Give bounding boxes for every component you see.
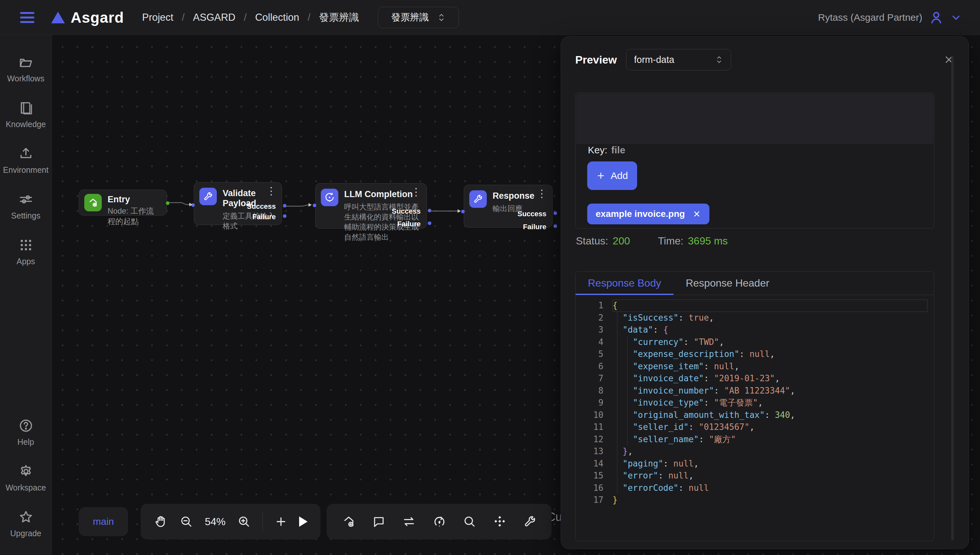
sidebar-item-apps[interactable]: Apps — [0, 229, 51, 274]
zoom-level: 54% — [205, 516, 226, 528]
branch-button[interactable]: main — [79, 507, 128, 536]
input-port-dot[interactable] — [313, 204, 316, 207]
wrench-node-icon — [469, 190, 487, 208]
toolbar-divider — [263, 512, 263, 531]
status-value: 200 — [613, 235, 630, 247]
sidebar-item-label: Workflows — [7, 74, 45, 83]
hamburger-menu-icon[interactable] — [20, 12, 34, 23]
apps-grid-icon — [18, 237, 34, 253]
success-port-dot[interactable] — [283, 204, 287, 207]
sidebar-item-label: Environment — [3, 165, 48, 175]
sidebar-item-label: Workspace — [5, 483, 46, 492]
node-menu-icon[interactable]: ⋮ — [536, 188, 547, 199]
add-file-button[interactable]: Add — [587, 162, 637, 190]
tab-response-body[interactable]: Response Body — [576, 272, 673, 295]
zoom-in-icon[interactable] — [237, 515, 251, 528]
node-title: Entry — [107, 194, 162, 205]
add-entry-icon[interactable] — [341, 515, 356, 529]
actions-toolbar — [327, 504, 552, 539]
entry-node-icon — [84, 194, 102, 212]
response-section: Response Body Response Header 1{2 "isSuc… — [575, 271, 934, 541]
code-line: 2 "isSuccess": true, — [576, 312, 934, 324]
sidebar: Workflows Knowledge Environment Settings… — [0, 35, 52, 555]
breadcrumb-asgard[interactable]: ASGARD — [193, 12, 235, 23]
node-response[interactable]: ⋮ Response 輸出回應 Success Failure — [464, 185, 552, 228]
remove-file-icon[interactable] — [693, 210, 701, 218]
indent-guide — [617, 312, 617, 494]
rerun-icon[interactable] — [432, 515, 447, 529]
key-label: Key: — [588, 144, 607, 155]
folder-icon — [18, 55, 34, 70]
zoom-out-icon[interactable] — [179, 515, 193, 528]
sidebar-item-settings[interactable]: Settings — [0, 183, 51, 229]
time-label: Time: — [658, 235, 684, 247]
wrench-icon[interactable] — [523, 515, 536, 528]
port-success: Success — [517, 210, 546, 218]
panel-title: Preview — [575, 53, 617, 66]
search-icon[interactable] — [463, 515, 476, 528]
app-root: Asgard Project / ASGARD / Collection / 發… — [0, 0, 980, 555]
node-menu-icon[interactable]: ⋮ — [411, 187, 421, 197]
plus-icon — [596, 171, 605, 180]
asgard-logo-icon — [51, 12, 65, 23]
node-entry[interactable]: Entry Node: 工作流程的起點 — [79, 190, 167, 216]
panel-scrollbar[interactable] — [951, 56, 954, 541]
branch-label: main — [93, 516, 114, 527]
comment-icon[interactable] — [372, 515, 386, 528]
code-line: 8 "invoice_number": "AB 11223344", — [576, 385, 934, 397]
breadcrumb-separator: / — [244, 12, 247, 23]
failure-port-dot[interactable] — [554, 225, 557, 228]
input-port-dot[interactable] — [191, 203, 195, 207]
input-port-dot[interactable] — [461, 210, 465, 213]
book-icon — [18, 100, 34, 116]
preview-panel-header: Preview form-data — [561, 37, 969, 71]
sidebar-item-environment[interactable]: Environment — [0, 138, 51, 183]
output-port-dot[interactable] — [166, 201, 170, 205]
workflow-select-value: 發票辨識 — [391, 11, 429, 24]
port-failure: Failure — [397, 220, 421, 228]
pan-hand-icon[interactable] — [154, 515, 168, 529]
tab-response-header[interactable]: Response Header — [673, 272, 781, 295]
workflow-select[interactable]: 發票辨識 — [378, 7, 459, 28]
code-line: 7 "invoice_date": "2019-01-23", — [576, 372, 934, 385]
sidebar-item-help[interactable]: Help — [0, 409, 51, 455]
waypoints-icon[interactable] — [493, 515, 507, 529]
node-validate-payload[interactable]: ⋮ Validate Payload 定義工具的輸入格式 Success Fai… — [194, 182, 282, 225]
add-node-icon[interactable] — [274, 515, 287, 528]
key-value: file — [611, 144, 625, 155]
mode-select[interactable]: form-data — [626, 49, 731, 71]
run-workflow-icon[interactable] — [299, 517, 307, 527]
success-port-dot[interactable] — [554, 212, 557, 215]
code-line: 1{ — [576, 300, 934, 312]
response-meta-row: Status: 200 Time: 3695 ms — [576, 235, 728, 247]
response-tabs: Response Body Response Header — [576, 272, 934, 295]
port-success: Success — [392, 207, 421, 216]
sidebar-item-workspace[interactable]: Workspace — [0, 455, 51, 501]
port-failure: Failure — [523, 223, 546, 231]
breadcrumb-project[interactable]: Project — [142, 12, 173, 23]
file-chip[interactable]: example invoice.png — [587, 204, 709, 225]
code-line: 5 "expense_description": null, — [576, 348, 934, 361]
failure-port-dot[interactable] — [428, 221, 431, 225]
failure-port-dot[interactable] — [283, 214, 287, 218]
port-success: Success — [247, 202, 276, 211]
node-menu-icon[interactable]: ⋮ — [266, 186, 277, 196]
swap-arrows-icon[interactable] — [402, 515, 416, 529]
breadcrumb-current: 發票辨識 — [319, 11, 359, 24]
breadcrumb-separator: / — [307, 12, 311, 23]
chevron-down-icon[interactable] — [950, 12, 962, 23]
sidebar-item-knowledge[interactable]: Knowledge — [0, 92, 51, 138]
sidebar-item-upgrade[interactable]: Upgrade — [0, 501, 51, 547]
response-body-code[interactable]: 1{2 "isSuccess": true,3 "data": {4 "curr… — [576, 295, 934, 506]
code-line: 6 "expense_item": null, — [576, 361, 934, 373]
code-line: 11 "seller_id": "01234567", — [576, 421, 934, 433]
success-port-dot[interactable] — [428, 209, 431, 212]
node-llm-completion[interactable]: ⋮ LLM Completion 呼叫大型語言模型並產生結構化的資料輸出以輔助流… — [315, 183, 427, 229]
code-line: 12 "seller_name": "廠方" — [576, 433, 934, 446]
user-icon[interactable] — [929, 10, 944, 25]
sidebar-item-workflows[interactable]: Workflows — [0, 46, 51, 92]
breadcrumb-collection[interactable]: Collection — [255, 12, 299, 23]
code-line: 14 "paging": null, — [576, 458, 934, 470]
wrench-node-icon — [199, 188, 217, 205]
help-icon — [18, 418, 34, 433]
